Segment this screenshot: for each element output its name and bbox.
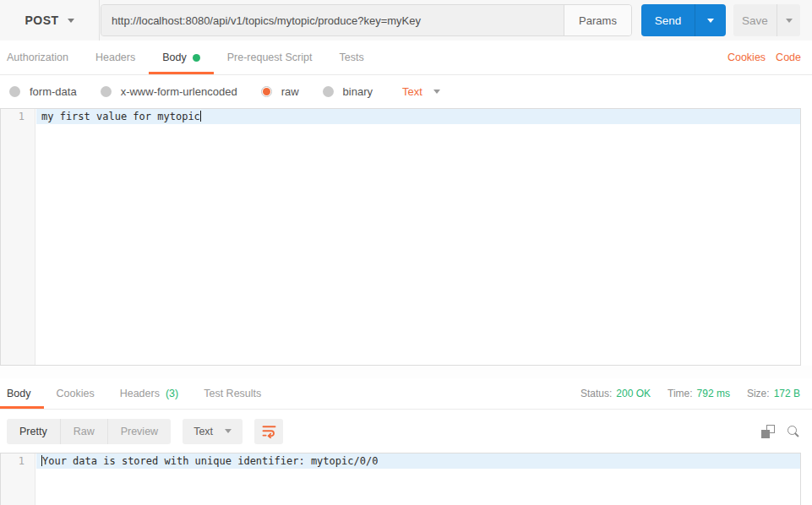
method-label: POST <box>25 14 58 27</box>
send-group: Send <box>641 4 726 36</box>
response-toolbar: Pretty Raw Preview Text <box>0 410 812 453</box>
radio-label: binary <box>343 85 373 98</box>
raw-format-dropdown[interactable]: Text <box>402 85 440 98</box>
status-label: Status: <box>580 388 612 399</box>
tab-tests[interactable]: Tests <box>325 41 377 74</box>
size-label: Size: <box>747 388 770 399</box>
save-group: Save <box>733 4 800 36</box>
response-body-editor[interactable]: 1 Your data is stored with unique identi… <box>0 453 801 505</box>
send-dropdown-button[interactable] <box>695 4 726 36</box>
radio-label: raw <box>281 85 299 98</box>
url-group: Params <box>101 4 632 36</box>
body-type-bar: form-data x-www-form-urlencoded raw bina… <box>0 75 812 108</box>
search-response-icon[interactable] <box>787 425 800 438</box>
word-wrap-icon <box>262 424 276 438</box>
radio-unchecked-icon <box>101 86 112 97</box>
line-text: Your data is stored with unique identifi… <box>42 455 378 467</box>
view-raw-button[interactable]: Raw <box>61 419 108 444</box>
tab-label: Cookies <box>57 388 95 399</box>
tab-label: Headers <box>120 388 160 399</box>
active-tab-underline <box>0 406 44 409</box>
size-indicator: Size: 172 B <box>747 378 800 409</box>
tab-authorization[interactable]: Authorization <box>0 41 82 74</box>
time-value: 792 ms <box>697 388 730 399</box>
response-tab-headers[interactable]: Headers (3) <box>107 378 192 409</box>
spacer <box>378 41 722 74</box>
tab-label: Tests <box>339 52 363 63</box>
save-dropdown-button[interactable] <box>777 4 800 36</box>
tab-label: Body <box>7 388 31 399</box>
radio-x-www-form-urlencoded[interactable]: x-www-form-urlencoded <box>101 85 237 98</box>
wrap-text-button[interactable] <box>254 419 283 444</box>
view-pretty-button[interactable]: Pretty <box>7 419 61 444</box>
cookies-link[interactable]: Cookies <box>722 41 771 74</box>
editor-line[interactable]: 1 Your data is stored with unique identi… <box>1 453 800 469</box>
active-tab-underline <box>149 72 214 74</box>
chevron-down-icon <box>433 90 440 94</box>
tab-body[interactable]: Body <box>149 41 214 74</box>
line-number-gutter <box>1 109 35 365</box>
status-indicator: Status: 200 OK <box>580 378 651 409</box>
time-label: Time: <box>668 388 693 399</box>
chevron-down-icon <box>225 429 232 433</box>
response-view-switch: Pretty Raw Preview <box>7 419 171 444</box>
method-dropdown[interactable]: POST <box>0 0 100 41</box>
response-tab-cookies[interactable]: Cookies <box>44 378 107 409</box>
copy-response-icon[interactable] <box>761 425 775 438</box>
code-link[interactable]: Code <box>771 41 812 74</box>
radio-checked-icon <box>261 86 272 97</box>
radio-unchecked-icon <box>9 86 20 97</box>
body-present-dot-icon <box>193 54 200 62</box>
request-bar: POST Params Send Save <box>0 0 812 41</box>
tab-headers[interactable]: Headers <box>82 41 149 74</box>
section-divider <box>0 366 812 378</box>
line-text: my first value for mytopic <box>41 111 200 122</box>
time-indicator: Time: 792 ms <box>668 378 730 409</box>
radio-label: form-data <box>30 85 77 98</box>
radio-form-data[interactable]: form-data <box>9 85 77 98</box>
response-format-dropdown[interactable]: Text <box>183 419 243 444</box>
tab-label: Test Results <box>204 388 261 399</box>
radio-binary[interactable]: binary <box>323 85 373 98</box>
tab-pre-request-script[interactable]: Pre-request Script <box>214 41 326 74</box>
tab-label: Headers <box>95 52 135 63</box>
tab-label: Authorization <box>7 52 68 63</box>
params-button[interactable]: Params <box>564 5 631 35</box>
spacer <box>274 378 580 409</box>
line-content: my first value for mytopic <box>35 109 800 124</box>
headers-count-badge: (3) <box>166 388 178 399</box>
tab-label: Pre-request Script <box>227 52 313 63</box>
status-value: 200 OK <box>616 388 651 399</box>
response-tab-body[interactable]: Body <box>0 378 44 409</box>
chevron-down-icon <box>707 19 714 23</box>
tab-label: Body <box>162 52 187 63</box>
request-tabs: Authorization Headers Body Pre-request S… <box>0 41 812 75</box>
radio-label: x-www-form-urlencoded <box>121 85 237 98</box>
format-label: Text <box>193 426 213 437</box>
size-value: 172 B <box>774 388 800 399</box>
editor-line[interactable]: 1 my first value for mytopic <box>1 109 800 124</box>
chevron-down-icon <box>786 19 793 23</box>
postman-window: POST Params Send Save Authorization Head… <box>0 0 812 505</box>
copy-front-square <box>761 430 770 438</box>
response-meta-bar: Body Cookies Headers (3) Test Results St… <box>0 378 812 410</box>
format-label: Text <box>402 85 422 98</box>
url-input[interactable] <box>101 5 564 35</box>
send-button[interactable]: Send <box>641 4 695 36</box>
chevron-down-icon <box>68 19 74 23</box>
view-preview-button[interactable]: Preview <box>108 419 171 444</box>
text-cursor <box>200 111 201 122</box>
request-body-editor[interactable]: 1 my first value for mytopic <box>0 108 801 366</box>
save-button[interactable]: Save <box>733 4 777 36</box>
response-tab-test-results[interactable]: Test Results <box>191 378 274 409</box>
radio-raw[interactable]: raw <box>261 85 299 98</box>
line-number: 1 <box>1 109 35 124</box>
radio-unchecked-icon <box>323 86 334 97</box>
line-content: Your data is stored with unique identifi… <box>35 453 800 469</box>
line-number: 1 <box>1 453 35 469</box>
